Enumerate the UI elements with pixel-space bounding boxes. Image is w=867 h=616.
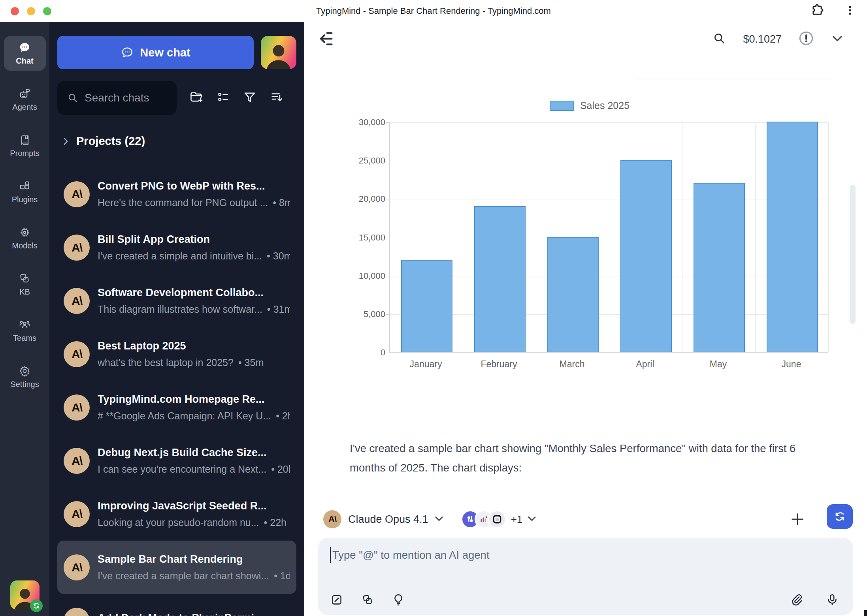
filter-funnel-icon[interactable] (243, 90, 257, 106)
new-chat-button[interactable]: New chat (57, 36, 254, 69)
lightbulb-icon[interactable] (392, 593, 405, 607)
rail-item-settings[interactable]: Settings (4, 359, 46, 394)
browser-titlebar: TypingMind - Sample Bar Chart Rendering … (0, 0, 867, 22)
input-placeholder: Type "@" to mention an AI agent (332, 549, 490, 562)
anthropic-logo-avatar: A\ (64, 608, 90, 616)
chat-list-item[interactable]: A\ TypingMind.com Homepage Re... # **Goo… (57, 381, 296, 434)
rail-label: Teams (13, 334, 36, 343)
sort-icon[interactable] (270, 90, 284, 106)
gear-icon (19, 365, 31, 377)
scroll-down-chevron-icon[interactable] (831, 32, 844, 47)
profile-avatar[interactable] (261, 36, 296, 69)
chat-list-item[interactable]: A\ Bill Split App Creation I've created … (57, 221, 296, 274)
chat-list-item[interactable]: A\ Software Development Collabo... This … (57, 274, 296, 327)
bar-chart-plot (389, 122, 828, 353)
chat-list-item[interactable]: A\ Improving JavaScript Seeded R... Look… (57, 487, 296, 541)
rail-item-agents[interactable]: Agents (4, 82, 46, 117)
rail-label: Plugins (12, 195, 38, 204)
search-conversation-icon[interactable] (712, 31, 726, 47)
text-cursor (330, 547, 331, 563)
chat-title: Bill Split App Creation (98, 233, 290, 246)
chat-list-item[interactable]: A\ Best Laptop 2025 what's the best lapt… (57, 327, 296, 381)
user-avatar[interactable] (10, 580, 40, 610)
window-title: TypingMind - Sample Bar Chart Rendering … (0, 0, 867, 22)
y-tick-label: 25,000 (359, 156, 385, 166)
pages-icon[interactable] (361, 593, 374, 607)
chat-history-list: A\ Convert PNG to WebP with Res... Here'… (57, 167, 296, 616)
chat-preview: I've created a sample bar chart showi...… (98, 570, 290, 582)
search-chats-input[interactable]: Search chats (57, 81, 177, 115)
y-tick-label: 15,000 (359, 233, 385, 243)
chat-title: TypingMind.com Homepage Re... (98, 393, 290, 406)
chat-preview: I've created a simple and intuitive bi..… (98, 250, 290, 262)
rail-item-teams[interactable]: Teams (4, 313, 46, 348)
chat-list-item[interactable]: A\ Add Dark Mode to PluginPermi... (57, 594, 296, 616)
search-placeholder: Search chats (85, 92, 149, 104)
book-icon (19, 134, 31, 146)
chat-list-item[interactable]: A\ Sample Bar Chart Rendering I've creat… (57, 541, 296, 594)
chat-preview: This diagram illustrates how softwar...•… (98, 304, 290, 315)
main-scrollbar-thumb[interactable] (850, 185, 856, 324)
model-name: Claude Opus 4.1 (348, 513, 428, 526)
collapse-sidebar-button[interactable] (317, 30, 335, 48)
rail-item-kb[interactable]: KB (4, 267, 46, 302)
y-tick-label: 20,000 (359, 194, 385, 204)
chart-legend: Sales 2025 (389, 100, 790, 111)
microphone-icon[interactable] (826, 593, 839, 607)
plugins-selector[interactable]: +1 (461, 510, 538, 528)
projects-section-header[interactable]: Projects (22) (57, 135, 296, 148)
x-tick-label: February (481, 359, 517, 370)
rail-label: Models (12, 241, 37, 250)
sync-badge-icon (30, 599, 43, 612)
nav-rail: Chat Agents Prompts (0, 22, 49, 616)
chat-list-item[interactable]: A\ Convert PNG to WebP with Res... Here'… (57, 167, 296, 221)
x-tick-label: March (560, 359, 585, 370)
robot-icon (19, 88, 31, 100)
new-folder-icon[interactable] (189, 90, 204, 106)
add-attachment-plus-button[interactable] (789, 511, 806, 528)
cost-alert-icon[interactable] (798, 30, 814, 48)
chart-x-axis-labels: JanuaryFebruaryMarchAprilMayJune (389, 359, 828, 371)
avatar-photo (261, 36, 296, 69)
paperclip-icon[interactable] (790, 593, 803, 607)
message-input[interactable]: Type "@" to mention an AI agent (330, 547, 490, 563)
rail-label: Prompts (10, 149, 39, 158)
chat-title: Add Dark Mode to PluginPermi... (98, 612, 290, 616)
chat-title: Best Laptop 2025 (98, 340, 290, 352)
chat-title: Debug Next.js Build Cache Size... (98, 447, 290, 459)
model-selector[interactable]: Claude Opus 4.1 (341, 513, 445, 526)
bar-january (401, 260, 452, 352)
corner-mark (864, 610, 867, 616)
usage-cost-badge[interactable]: $0.1027 (743, 33, 782, 45)
bulk-select-list-icon[interactable] (216, 90, 230, 106)
anthropic-logo-avatar: A\ (64, 394, 90, 421)
canvas-edit-icon[interactable] (330, 593, 343, 607)
rail-item-prompts[interactable]: Prompts (4, 128, 46, 163)
person-silhouette-icon (261, 38, 296, 69)
browser-menu-kebab-icon[interactable] (843, 4, 857, 17)
chat-preview: I can see you're encountering a Next...•… (98, 464, 290, 475)
bar-february (474, 206, 526, 352)
extensions-puzzle-icon[interactable] (810, 3, 824, 17)
y-tick-label: 0 (381, 347, 385, 358)
anthropic-logo-avatar: A\ (64, 501, 90, 527)
legend-swatch (550, 101, 574, 111)
rail-label: Settings (10, 380, 39, 389)
rail-label: Chat (16, 56, 33, 66)
chat-list-item[interactable]: A\ Debug Next.js Build Cache Size... I c… (57, 434, 296, 487)
chat-title: Software Development Collabo... (98, 287, 290, 299)
rail-item-plugins[interactable]: Plugins (4, 175, 46, 209)
y-tick-label: 10,000 (359, 271, 385, 281)
bar-june (767, 122, 818, 352)
chevron-down-icon (433, 513, 445, 526)
anthropic-logo-avatar: A\ (64, 288, 90, 314)
anthropic-logo-avatar: A\ (64, 341, 90, 367)
anthropic-logo-avatar: A\ (64, 181, 90, 207)
search-icon (67, 92, 79, 104)
regenerate-button[interactable] (827, 504, 853, 529)
x-tick-label: January (410, 359, 442, 370)
rail-item-chat[interactable]: Chat (4, 36, 46, 71)
sync-icon (833, 510, 846, 523)
y-tick-label: 30,000 (359, 117, 385, 128)
rail-item-models[interactable]: Models (4, 221, 46, 255)
